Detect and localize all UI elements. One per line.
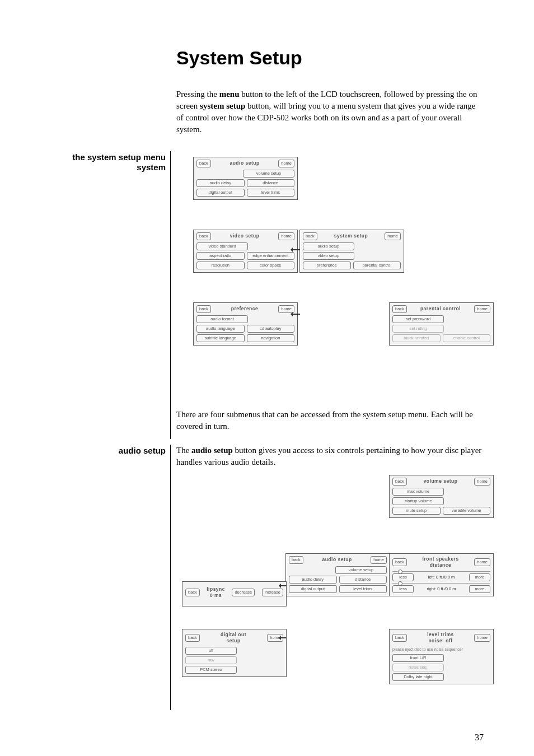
figure-system-menus: back audio setup home volume setup audio… <box>176 157 484 398</box>
navigation-button[interactable]: navigation <box>247 334 295 342</box>
panel-parental-control: back parental control home set password … <box>389 302 494 346</box>
level-trims-button[interactable]: level trims <box>339 585 387 593</box>
home-button[interactable]: home <box>474 478 490 486</box>
home-button[interactable]: home <box>278 160 294 167</box>
home-button[interactable]: home <box>278 232 294 240</box>
cd-autoplay-button[interactable]: cd autoplay <box>247 325 295 333</box>
audio-format-button[interactable]: audio format <box>196 315 248 323</box>
right-value-label: right: 0 ft./0.0 m <box>416 585 467 593</box>
arrow-icon <box>280 585 287 586</box>
mute-setup-button[interactable]: mute setup <box>392 507 441 515</box>
audio-setup-button[interactable]: audio setup <box>303 242 354 250</box>
home-button[interactable]: home <box>474 634 490 642</box>
intro-paragraph: Pressing the menu button to the left of … <box>176 88 484 136</box>
noise-seq-button[interactable]: noise seq. <box>392 664 444 671</box>
section2-label: audio setup <box>50 445 166 456</box>
back-button[interactable]: back <box>196 232 211 240</box>
page-number: 37 <box>50 732 484 743</box>
less-button[interactable]: less <box>392 585 414 593</box>
decrease-button[interactable]: decrease <box>232 589 255 596</box>
video-standard-button[interactable]: video standard <box>196 242 248 250</box>
section2-divider <box>170 445 171 710</box>
level-trims-button[interactable]: level trims <box>247 189 295 197</box>
max-volume-button[interactable]: max volume <box>392 488 444 496</box>
panel-title: digital outsetup <box>221 632 246 645</box>
subtitle-language-button[interactable]: subtitle language <box>196 334 245 342</box>
home-button[interactable]: home <box>474 558 490 566</box>
block-unrated-button[interactable]: block unrated <box>392 334 441 342</box>
panel-title: front speakersdistance <box>422 556 459 570</box>
home-button[interactable]: home <box>385 232 401 240</box>
panel-volume-setup: back volume setup home max volume startu… <box>389 475 494 518</box>
panel-level-trims: back level trimsnoise: off home please e… <box>389 629 494 685</box>
panel-audio-setup: back audio setup home volume setup audio… <box>193 157 298 200</box>
section-system-menu: the system setup menu system back audio … <box>50 151 484 439</box>
increase-button[interactable]: increase <box>262 589 283 596</box>
panel-preference: back preference home audio format audio … <box>193 302 298 346</box>
color-space-button[interactable]: color space <box>247 262 295 269</box>
section1-label: the system setup menu system <box>50 151 166 172</box>
more-button[interactable]: more <box>469 585 490 593</box>
section1-content: back audio setup home volume setup audio… <box>176 151 484 439</box>
home-button[interactable]: home <box>474 305 490 313</box>
parental-control-button[interactable]: parental control <box>353 262 401 269</box>
set-password-button[interactable]: set password <box>392 315 444 323</box>
back-button[interactable]: back <box>303 232 317 240</box>
video-setup-button[interactable]: video setup <box>303 252 354 260</box>
level-trims-note: please eject disc to use noise sequencer <box>392 647 490 652</box>
left-value-label: left: 0 ft./0.0 m <box>416 573 467 581</box>
front-lr-button[interactable]: front L/R <box>392 654 444 662</box>
header-content: System Setup Pressing the menu button to… <box>176 45 484 142</box>
off-button[interactable]: off <box>185 647 237 655</box>
enable-control-button[interactable]: enable control <box>443 334 491 342</box>
variable-volume-button[interactable]: variable volume <box>443 507 491 515</box>
audio-language-button[interactable]: audio language <box>196 325 245 333</box>
panel-system-setup: back system setup home audio setup video… <box>299 230 404 273</box>
startup-volume-button[interactable]: startup volume <box>392 497 444 505</box>
back-button[interactable]: back <box>392 558 407 566</box>
arrow-icon <box>280 637 287 638</box>
resolution-button[interactable]: resolution <box>196 262 245 269</box>
section2-content: The audio setup button gives you access … <box>176 445 484 710</box>
panel-audio-setup-2: back audio setup home volume setup audio… <box>285 553 390 596</box>
volume-setup-button[interactable]: volume setup <box>243 170 294 178</box>
dolby-late-night-button[interactable]: Dolby late night <box>392 673 444 681</box>
section-audio-setup: audio setup The audio setup button gives… <box>50 445 484 710</box>
page-title: System Setup <box>176 45 484 72</box>
panel-title: level trimsnoise: off <box>427 632 454 645</box>
more-button[interactable]: more <box>469 573 490 581</box>
back-button[interactable]: back <box>392 478 407 486</box>
distance-button[interactable]: distance <box>339 576 387 584</box>
aspect-ratio-button[interactable]: aspect ratio <box>196 252 245 260</box>
header-row: System Setup Pressing the menu button to… <box>50 45 484 142</box>
panel-title: volume setup <box>424 478 458 485</box>
distance-button[interactable]: distance <box>247 179 295 187</box>
digital-output-button[interactable]: digital output <box>289 585 337 593</box>
back-button[interactable]: back <box>392 305 407 313</box>
panel-title: lipsync0 ms <box>207 586 225 600</box>
audio-delay-button[interactable]: audio delay <box>289 576 337 584</box>
panel-title: audio setup <box>322 557 352 563</box>
preference-button[interactable]: preference <box>303 262 351 269</box>
back-button[interactable]: back <box>185 589 200 596</box>
panel-front-speakers: back front speakersdistance home lesslef… <box>389 553 494 597</box>
system-setup-bold: system setup <box>200 101 245 110</box>
figure-audio-menus: back volume setup home max volume startu… <box>176 475 484 710</box>
volume-setup-button[interactable]: volume setup <box>335 566 387 574</box>
back-button[interactable]: back <box>196 305 211 313</box>
digital-output-button[interactable]: digital output <box>196 189 245 197</box>
back-button[interactable]: back <box>185 634 200 642</box>
less-button[interactable]: less <box>392 573 414 581</box>
back-button[interactable]: back <box>289 556 303 564</box>
panel-title: parental control <box>420 306 461 312</box>
raw-button[interactable]: raw <box>185 656 237 664</box>
menu-bold: menu <box>219 90 240 99</box>
back-button[interactable]: back <box>196 160 211 167</box>
audio-delay-button[interactable]: audio delay <box>196 179 245 187</box>
back-button[interactable]: back <box>392 634 407 642</box>
home-button[interactable]: home <box>371 556 387 564</box>
panel-title: video setup <box>230 233 260 240</box>
edge-enhancement-button[interactable]: edge enhancement <box>247 252 295 260</box>
pcm-stereo-button[interactable]: PCM stereo <box>185 666 237 674</box>
set-rating-button[interactable]: set rating <box>392 325 444 333</box>
